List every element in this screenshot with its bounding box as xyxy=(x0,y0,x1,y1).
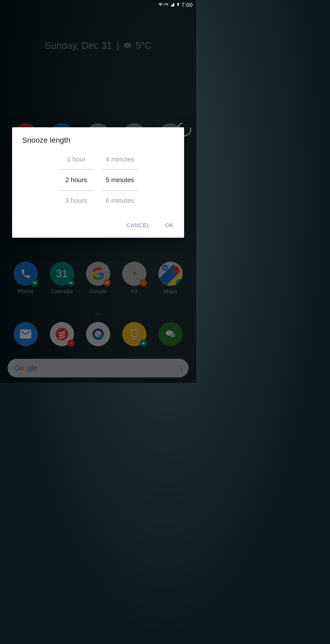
wifi-icon xyxy=(158,2,163,8)
hours-picker[interactable]: 1 hour 2 hours 3 hours xyxy=(59,152,94,208)
minutes-option-next[interactable]: 6 minutes xyxy=(102,193,138,208)
duration-pickers: 1 hour 2 hours 3 hours 4 minutes 5 minut… xyxy=(12,149,184,217)
dialog-title: Snooze length xyxy=(12,127,184,149)
hours-option-next[interactable]: 3 hours xyxy=(59,193,94,208)
minutes-picker[interactable]: 4 minutes 5 minutes 6 minutes xyxy=(102,152,138,208)
dialog-actions: CANCEL OK xyxy=(12,217,184,235)
battery-icon xyxy=(176,2,180,9)
cellular-signal-icon xyxy=(170,2,175,8)
cancel-button[interactable]: CANCEL xyxy=(122,219,155,232)
network-type-label: LTE xyxy=(164,3,168,6)
hours-option-selected[interactable]: 2 hours xyxy=(59,169,94,191)
hours-option-prev[interactable]: 1 hour xyxy=(59,152,94,167)
minutes-option-selected[interactable]: 5 minutes xyxy=(102,169,138,191)
status-bar: LTE 7:00 xyxy=(0,0,196,10)
ok-button[interactable]: OK xyxy=(161,219,178,232)
snooze-length-dialog: Snooze length 1 hour 2 hours 3 hours 4 m… xyxy=(12,127,184,238)
minutes-option-prev[interactable]: 4 minutes xyxy=(102,152,138,167)
status-clock: 7:00 xyxy=(181,2,193,8)
